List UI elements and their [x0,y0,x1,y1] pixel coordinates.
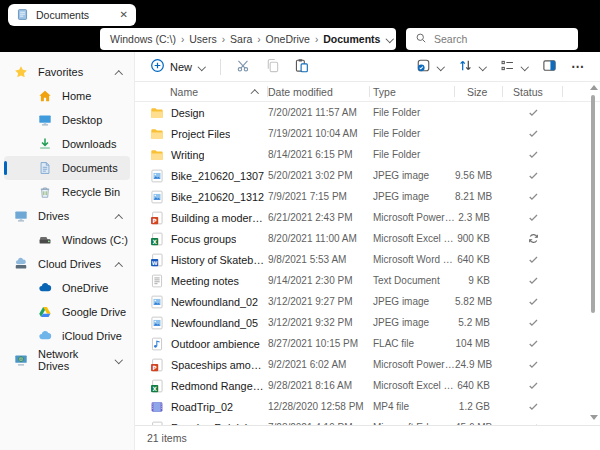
sync-status-icon [416,58,431,75]
sidebar-section-cloud-drives[interactable]: Cloud Drives [4,252,130,276]
file-row-running-raleigh[interactable]: Running Raleigh 7/28/2021 4:19 PM Micros… [135,417,600,425]
pdf-file-icon [150,421,164,426]
file-row-spaceships-among-the[interactable]: P Spaceships among the... 9/2/2021 6:02 … [135,354,600,375]
column-header-date-modified[interactable]: Date modified [268,82,370,101]
svg-text:P: P [153,217,157,223]
file-row-project-files[interactable]: Project Files 7/19/2021 10:04 AM File Fo… [135,123,600,144]
status-synced-icon [503,128,563,139]
sidebar-item-onedrive[interactable]: OneDrive [4,276,130,300]
scroll-down-icon[interactable] [590,415,598,420]
explorer-tab[interactable]: Documents ✕ [8,4,136,26]
paste-button[interactable] [289,54,314,79]
svg-text:W: W [152,259,158,265]
cut-button[interactable] [231,54,256,79]
sidebar-section-drives[interactable]: Drives [4,204,130,228]
breadcrumb-segment[interactable]: Users [189,33,216,45]
file-row-building-a-modern-file[interactable]: P Building a modern file... 6/21/2021 2:… [135,207,600,228]
status-synced-icon [503,170,563,181]
new-button[interactable]: New [145,54,210,79]
sidebar-item-downloads[interactable]: Downloads [4,132,130,156]
file-row-design[interactable]: Design 7/20/2021 11:57 AM File Folder [135,102,600,123]
file-row-history-of-skateboards[interactable]: W History of Skateboards 9/8/2021 5:53 A… [135,249,600,270]
folder-file-icon [150,127,164,141]
sidebar-item-desktop[interactable]: Desktop [4,108,130,132]
sidebar-item-home[interactable]: Home [4,84,130,108]
view-button[interactable] [495,54,533,79]
text-file-icon [150,274,164,288]
file-row-outdoor-ambience[interactable]: Outdoor ambience 8/27/2021 10:15 PM FLAC… [135,333,600,354]
file-row-meeting-notes[interactable]: Meeting notes 9/14/2021 2:30 PM Text Doc… [135,270,600,291]
image-file-icon [150,190,164,204]
address-bar[interactable]: Windows (C:\)›Users›Sara›OneDrive›Docume… [100,28,396,50]
toolbar-divider [220,59,221,75]
breadcrumb-separator-icon: › [257,34,260,45]
file-row-redmond-rangers-triat[interactable]: X Redmond Rangers triat... 9/28/2021 8:1… [135,375,600,396]
search-input[interactable] [434,33,544,45]
sidebar-item-recycle-bin[interactable]: Recycle Bin [4,180,130,204]
desktop-icon [38,113,52,127]
excel-file-icon: X [150,232,164,246]
column-header-size[interactable]: Size [455,82,503,101]
search-box[interactable] [406,28,578,50]
breadcrumb-separator-icon: › [315,34,318,45]
details-pane-button[interactable] [537,54,562,79]
view-options-icon [500,58,515,75]
scroll-up-icon[interactable] [590,85,598,90]
svg-text:X: X [152,238,157,244]
file-row-roadtrip-02[interactable]: RoadTrip_02 12/28/2020 12:58 PM MP4 file… [135,396,600,417]
sidebar-item-google-drive[interactable]: Google Drive [4,300,130,324]
cut-icon [236,58,251,75]
title-bar: Documents ✕ [0,0,600,26]
downloads-icon [38,137,52,151]
copy-button[interactable] [260,54,285,79]
windows-drive-icon [38,233,52,247]
chevron-up-icon[interactable] [114,212,122,220]
breadcrumb-segment[interactable]: Windows (C:\) [110,33,176,45]
google-drive-icon [38,305,52,319]
chevron-down-icon [436,63,444,71]
status-synced-icon [503,254,563,265]
file-row-newfoundland-02[interactable]: Newfoundland_02 3/12/2021 9:27 PM JPEG i… [135,291,600,312]
chevron-down-icon [197,63,205,71]
image-file-icon [150,169,164,183]
svg-text:P: P [153,364,157,370]
column-header-name[interactable]: Name [150,82,268,101]
chevron-up-icon[interactable] [114,68,122,76]
sync-status-button[interactable] [411,54,449,79]
breadcrumb-segment[interactable]: Sara [230,33,252,45]
file-row-focus-groups[interactable]: X Focus groups 8/20/2021 11:00 AM Micros… [135,228,600,249]
vertical-scrollbar[interactable] [588,82,598,423]
chevron-down-icon [478,63,486,71]
chevron-down-icon[interactable] [115,356,122,364]
file-row-writing[interactable]: Writing 8/14/2021 6:15 PM File Folder [135,144,600,165]
tab-close-icon[interactable]: ✕ [120,10,128,20]
sort-button[interactable] [453,54,491,79]
sidebar-item-documents[interactable]: Documents [4,156,130,180]
status-syncing-icon [503,233,563,244]
chevron-up-icon[interactable] [114,260,122,268]
sidebar-item-windows-c[interactable]: Windows (C:) [4,228,130,252]
sidebar: Favorites Home Desktop Downloads Documen… [0,52,135,450]
column-header-status[interactable]: Status [503,82,563,101]
sidebar-section-favorites[interactable]: Favorites [4,60,130,84]
address-dropdown-chevron-icon[interactable] [385,35,386,43]
powerpoint-file-icon: P [150,211,164,225]
breadcrumb-segment[interactable]: Documents [323,33,380,45]
file-row-bike-210620-1312[interactable]: Bike_210620_1312 7/9/2021 7:15 PM JPEG i… [135,186,600,207]
file-row-newfoundland-05[interactable]: Newfoundland_05 3/12/2021 9:32 PM JPEG i… [135,312,600,333]
status-synced-icon [503,401,563,412]
more-options-button[interactable]: ⋯ [566,55,590,78]
network-drives-icon [14,353,28,367]
column-header-type[interactable]: Type [370,82,455,101]
svg-text:X: X [152,385,157,391]
details-pane-icon [542,58,557,75]
scrollbar-thumb[interactable] [591,95,595,313]
sidebar-section-network-drives[interactable]: Network Drives [4,348,130,372]
items-count: 21 items [147,432,187,444]
breadcrumb-segment[interactable]: OneDrive [266,33,310,45]
star-icon [14,65,28,79]
file-row-bike-210620-1307[interactable]: Bike_210620_1307 5/20/2021 3:02 PM JPEG … [135,165,600,186]
tab-title: Documents [36,9,114,21]
sidebar-item-icloud-drive[interactable]: iCloud Drive [4,324,130,348]
paste-icon [294,58,309,75]
